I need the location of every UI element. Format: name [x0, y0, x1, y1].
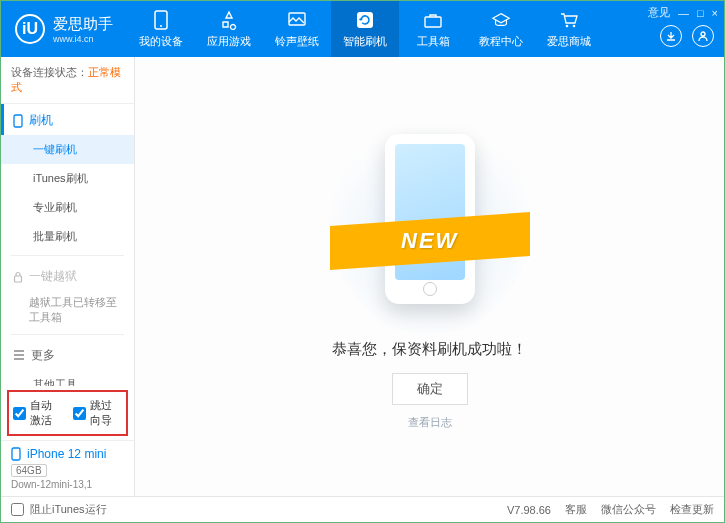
- device-block[interactable]: iPhone 12 mini 64GB Down-12mini-13,1: [1, 440, 134, 496]
- svg-rect-10: [12, 448, 20, 460]
- feedback-button[interactable]: 意见: [648, 5, 670, 20]
- sidebar-item-batch-flash[interactable]: 批量刷机: [1, 222, 134, 251]
- svg-point-6: [573, 24, 576, 27]
- nav-toolbox[interactable]: 工具箱: [399, 1, 467, 57]
- customer-service-link[interactable]: 客服: [565, 502, 587, 517]
- cart-icon: [559, 10, 579, 30]
- svg-rect-8: [14, 115, 22, 127]
- svg-rect-4: [425, 17, 441, 27]
- device-detail: Down-12mini-13,1: [11, 479, 124, 490]
- nav-label: 我的设备: [139, 34, 183, 49]
- sidebar-item-other-tools[interactable]: 其他工具: [1, 370, 134, 386]
- wallpaper-icon: [287, 10, 307, 30]
- svg-point-7: [701, 32, 705, 36]
- checkbox-auto-activate[interactable]: 自动激活: [13, 398, 63, 428]
- checkbox-skip-guide[interactable]: 跳过向导: [73, 398, 123, 428]
- ok-button[interactable]: 确定: [392, 373, 468, 405]
- nav-label: 应用游戏: [207, 34, 251, 49]
- sidebar: 设备连接状态：正常模式 刷机 一键刷机 iTunes刷机 专业刷机 批量刷机 一…: [1, 57, 135, 496]
- success-message: 恭喜您，保资料刷机成功啦！: [332, 340, 527, 359]
- user-icons: [660, 25, 714, 47]
- window-controls: 意见 — □ ×: [648, 5, 718, 20]
- nav-store[interactable]: 爱思商城: [535, 1, 603, 57]
- jailbreak-note: 越狱工具已转移至工具箱: [29, 295, 124, 326]
- phone-icon: [11, 447, 21, 461]
- nav-label: 工具箱: [417, 34, 450, 49]
- version-label: V7.98.66: [507, 504, 551, 516]
- logo-area: iU 爱思助手 www.i4.cn: [1, 14, 127, 44]
- nav-tutorials[interactable]: 教程中心: [467, 1, 535, 57]
- nav-ringtones[interactable]: 铃声壁纸: [263, 1, 331, 57]
- phone-icon: [13, 114, 23, 128]
- sidebar-item-itunes-flash[interactable]: iTunes刷机: [1, 164, 134, 193]
- toolbox-icon: [423, 10, 443, 30]
- section-more[interactable]: 更多: [1, 339, 134, 370]
- wechat-link[interactable]: 微信公众号: [601, 502, 656, 517]
- nav-label: 爱思商城: [547, 34, 591, 49]
- divider: [11, 255, 124, 256]
- sidebar-item-oneclick-flash[interactable]: 一键刷机: [1, 135, 134, 164]
- nav-label: 教程中心: [479, 34, 523, 49]
- maximize-button[interactable]: □: [697, 7, 704, 19]
- divider: [11, 334, 124, 335]
- section-flash[interactable]: 刷机: [1, 104, 134, 135]
- section-jailbreak: 一键越狱: [1, 260, 134, 291]
- nav-label: 智能刷机: [343, 34, 387, 49]
- logo-icon: iU: [15, 14, 45, 44]
- phone-icon: [151, 10, 171, 30]
- app-name: 爱思助手: [53, 15, 113, 34]
- svg-point-1: [160, 25, 162, 27]
- svg-rect-9: [15, 276, 22, 282]
- apps-icon: [219, 10, 239, 30]
- nav-my-device[interactable]: 我的设备: [127, 1, 195, 57]
- svg-rect-3: [357, 12, 373, 28]
- options-row: 自动激活 跳过向导: [7, 390, 128, 436]
- sidebar-item-pro-flash[interactable]: 专业刷机: [1, 193, 134, 222]
- check-update-link[interactable]: 检查更新: [670, 502, 714, 517]
- app-url: www.i4.cn: [53, 34, 113, 44]
- minimize-button[interactable]: —: [678, 7, 689, 19]
- close-button[interactable]: ×: [712, 7, 718, 19]
- connection-status: 设备连接状态：正常模式: [1, 57, 134, 104]
- svg-point-5: [566, 24, 569, 27]
- top-nav: 我的设备 应用游戏 铃声壁纸 智能刷机 工具箱 教程中心 爱思商城: [127, 1, 724, 57]
- download-button[interactable]: [660, 25, 682, 47]
- storage-badge: 64GB: [11, 464, 47, 477]
- checkbox-block-itunes[interactable]: 阻止iTunes运行: [11, 502, 107, 517]
- nav-label: 铃声壁纸: [275, 34, 319, 49]
- refresh-icon: [355, 10, 375, 30]
- nav-apps[interactable]: 应用游戏: [195, 1, 263, 57]
- main-content: NEW 恭喜您，保资料刷机成功啦！ 确定 查看日志: [135, 57, 724, 496]
- titlebar: iU 爱思助手 www.i4.cn 我的设备 应用游戏 铃声壁纸 智能刷机 工具…: [1, 1, 724, 57]
- view-log-link[interactable]: 查看日志: [408, 415, 452, 430]
- nav-smart-flash[interactable]: 智能刷机: [331, 1, 399, 57]
- device-name: iPhone 12 mini: [11, 447, 124, 461]
- success-illustration: NEW: [340, 124, 520, 324]
- account-button[interactable]: [692, 25, 714, 47]
- list-icon: [13, 350, 25, 360]
- lock-icon: [13, 271, 23, 283]
- footer: 阻止iTunes运行 V7.98.66 客服 微信公众号 检查更新: [1, 496, 724, 522]
- graduation-icon: [491, 10, 511, 30]
